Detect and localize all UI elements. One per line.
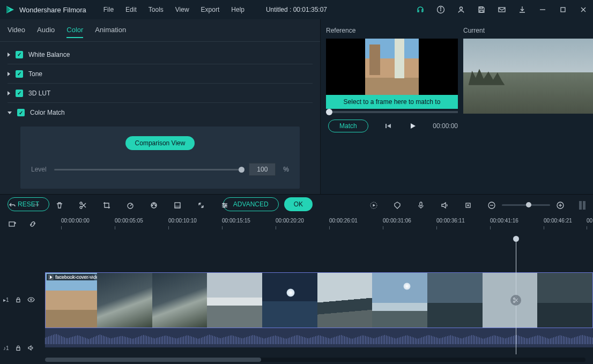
svg-point-29 [225, 204, 226, 205]
prev-frame-icon[interactable] [384, 122, 392, 130]
advanced-button[interactable]: ADVANCED [223, 197, 279, 211]
reference-frame [326, 39, 458, 95]
tab-color[interactable]: Color [66, 23, 83, 38]
row-white-balance[interactable]: White Balance [8, 45, 313, 64]
delete-icon[interactable] [55, 200, 64, 210]
mute-icon[interactable] [27, 344, 35, 352]
svg-rect-6 [480, 7, 483, 9]
menu-tools[interactable]: Tools [149, 6, 164, 13]
checkbox-tone[interactable] [16, 70, 23, 78]
menu-file[interactable]: File [103, 6, 114, 13]
svg-point-5 [460, 7, 463, 10]
marker-icon[interactable] [392, 200, 402, 210]
mixer-icon[interactable] [440, 200, 449, 210]
mail-icon[interactable] [498, 5, 506, 14]
ruler-tick: 00:00:46:21 [544, 218, 572, 224]
menu-help[interactable]: Help [231, 6, 244, 13]
voiceover-icon[interactable] [416, 200, 426, 210]
snap-icon[interactable] [463, 200, 473, 210]
green-screen-icon[interactable] [173, 200, 182, 210]
row-color-match[interactable]: Color Match [8, 103, 313, 122]
checkbox-3d-lut[interactable] [16, 90, 23, 97]
collapse-icon[interactable] [8, 112, 12, 114]
support-icon[interactable] [416, 5, 425, 14]
svg-point-22 [152, 205, 153, 206]
svg-rect-8 [499, 8, 505, 12]
zoom-out-icon[interactable] [487, 200, 496, 210]
checkbox-white-balance[interactable] [16, 51, 23, 58]
label-3d-lut: 3D LUT [28, 90, 50, 97]
tab-animation[interactable]: Animation [95, 23, 126, 38]
video-track-header: ▸1 [0, 296, 42, 303]
svg-rect-41 [9, 222, 14, 226]
tab-audio[interactable]: Audio [37, 23, 55, 38]
match-hint: Select to a frame here to match to [326, 95, 458, 109]
play-icon[interactable] [409, 122, 417, 130]
ruler-tick: 00:00:26:01 [329, 218, 358, 224]
video-track-number: 1 [6, 297, 9, 303]
panel-tabs: Video Audio Color Animation [0, 23, 320, 42]
eye-icon[interactable] [27, 296, 35, 303]
menu-export[interactable]: Export [201, 6, 220, 13]
download-icon[interactable] [518, 5, 527, 14]
svg-point-28 [223, 203, 224, 204]
fit-timeline-icon[interactable] [579, 201, 585, 210]
timeline-scrollbar[interactable] [45, 358, 585, 362]
level-value[interactable]: 100 [249, 163, 276, 176]
reference-scrubber[interactable] [326, 111, 458, 113]
svg-point-50 [514, 298, 515, 300]
audio-waveform[interactable] [45, 328, 593, 347]
save-icon[interactable] [477, 5, 486, 14]
ok-button[interactable]: OK [284, 197, 313, 211]
time-ruler[interactable]: 00:00:00:00 00:00:05:05 00:00:10:10 00:0… [45, 218, 593, 234]
clip-1[interactable]: 34044125002820 [46, 273, 97, 328]
row-3d-lut[interactable]: 3D LUT [8, 84, 313, 103]
lock-icon[interactable] [14, 344, 22, 352]
detach-icon[interactable] [196, 200, 206, 210]
crop-icon[interactable] [102, 200, 112, 210]
menu-view[interactable]: View [175, 6, 189, 13]
expand-icon[interactable] [8, 72, 10, 76]
timeline: 00:00:00:00 00:00:05:05 00:00:10:10 00:0… [0, 216, 593, 364]
svg-rect-10 [561, 8, 565, 12]
expand-icon[interactable] [8, 91, 10, 95]
color-panel: Video Audio Color Animation White Balanc… [0, 19, 321, 194]
row-tone[interactable]: Tone [8, 64, 313, 84]
menu-edit[interactable]: Edit [125, 6, 137, 13]
svg-point-20 [153, 203, 154, 204]
svg-rect-24 [175, 206, 180, 208]
adjust-icon[interactable] [220, 200, 229, 210]
color-icon[interactable] [149, 200, 159, 210]
match-button[interactable]: Match [328, 120, 368, 132]
zoom-slider[interactable] [502, 204, 550, 206]
ruler-tick: 00:00:10:10 [168, 218, 197, 224]
document-title: Untitled : 00:01:35:07 [266, 6, 327, 13]
account-icon[interactable] [457, 5, 465, 14]
undo-icon[interactable] [8, 200, 17, 210]
comparison-view-button[interactable]: Comparison View [125, 136, 195, 150]
checkbox-color-match[interactable] [17, 109, 25, 116]
add-track-icon[interactable] [8, 219, 17, 229]
redo-icon[interactable] [31, 200, 41, 210]
link-icon[interactable] [28, 219, 38, 229]
label-tone: Tone [28, 70, 42, 78]
render-icon[interactable] [369, 200, 379, 210]
expand-icon[interactable] [8, 53, 10, 57]
svg-point-45 [30, 299, 32, 301]
speed-icon[interactable] [125, 200, 135, 210]
svg-rect-13 [386, 124, 387, 128]
split-marker-icon[interactable] [510, 295, 521, 306]
minimize-icon[interactable] [538, 5, 547, 14]
tab-video[interactable]: Video [8, 23, 25, 38]
info-icon[interactable] [436, 5, 445, 14]
split-icon[interactable] [78, 200, 88, 210]
level-slider[interactable] [54, 169, 242, 170]
ruler-tick: 00:00:05:05 [115, 218, 143, 224]
svg-point-30 [224, 206, 225, 207]
close-icon[interactable] [579, 5, 588, 14]
lock-icon[interactable] [14, 296, 22, 303]
ruler-tick: 00:00:00:00 [61, 218, 90, 224]
preview-time: 00:00:00 [433, 122, 458, 130]
zoom-in-icon[interactable] [555, 200, 565, 210]
maximize-icon[interactable] [559, 5, 567, 14]
